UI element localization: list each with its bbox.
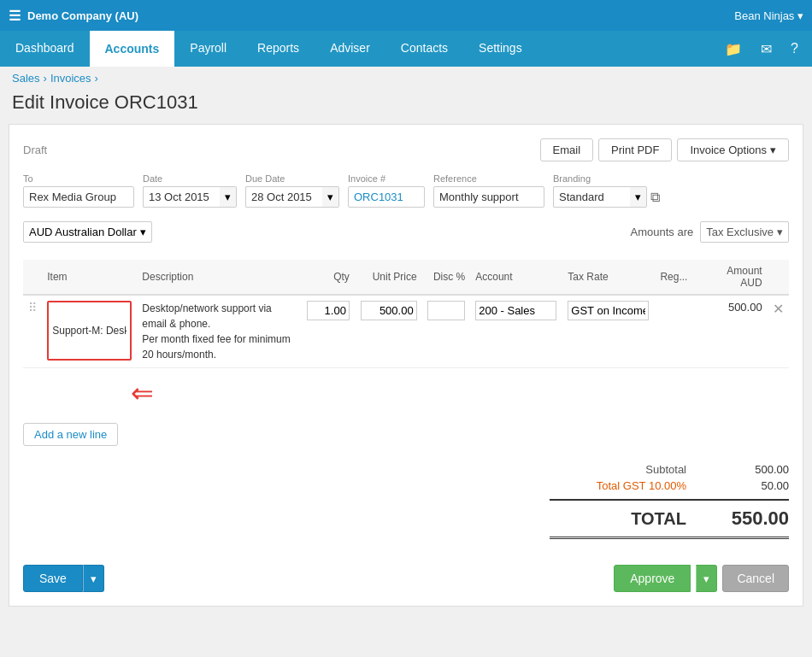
footer-right-buttons: Approve ▾ Cancel: [614, 565, 789, 592]
nav-item-payroll[interactable]: Payroll: [174, 31, 242, 67]
item-input[interactable]: [47, 301, 132, 361]
amount-value: 500.00: [728, 301, 762, 314]
add-new-line-button[interactable]: Add a new line: [23, 423, 118, 446]
qty-input[interactable]: [307, 301, 350, 320]
tax-type-dropdown[interactable]: Tax Exclusive ▾: [700, 221, 789, 243]
reference-input[interactable]: [433, 186, 544, 208]
row-qty: [301, 295, 355, 368]
help-icon-btn[interactable]: ?: [782, 31, 807, 67]
main-content: Draft Email Print PDF Invoice Options ▾ …: [9, 124, 803, 607]
invoice-num-label: Invoice #: [348, 173, 425, 184]
mail-icon-btn[interactable]: ✉: [752, 31, 780, 67]
due-date-label: Due Date: [245, 173, 339, 184]
folder-icon-btn[interactable]: 📁: [716, 31, 750, 67]
row-remove: ✕: [768, 295, 789, 368]
gst-label: Total GST 10.00%: [584, 479, 686, 492]
gst-value: 50.00: [721, 479, 789, 492]
date-input[interactable]: [143, 186, 220, 208]
save-button[interactable]: Save: [23, 565, 83, 592]
col-reg: Reg...: [655, 260, 698, 295]
reference-label: Reference: [433, 173, 544, 184]
approve-button[interactable]: Approve: [614, 565, 691, 592]
copy-icon[interactable]: ⧉: [650, 190, 660, 205]
breadcrumb: Sales › Invoices ›: [0, 67, 812, 90]
gst-row: Total GST 10.00% 50.00: [584, 479, 789, 492]
disc-input[interactable]: [427, 301, 465, 320]
row-account: [470, 295, 562, 368]
approve-dropdown-chevron-icon: ▾: [703, 572, 709, 585]
branding-dropdown-btn[interactable]: ▾: [630, 186, 647, 208]
subtotal-label: Subtotal: [584, 463, 686, 476]
table-row: ⠿ Desktop/network support via email & ph…: [23, 295, 789, 368]
user-menu[interactable]: Bean Ninjas ▾: [734, 9, 803, 22]
drag-handle-icon[interactable]: ⠿: [28, 301, 37, 314]
cancel-button[interactable]: Cancel: [722, 565, 789, 592]
account-input[interactable]: [475, 301, 556, 320]
row-handle: ⠿: [23, 295, 42, 368]
due-date-select: ▾: [245, 186, 339, 208]
totals-divider: [550, 499, 789, 501]
footer-buttons: Save ▾ Approve ▾ Cancel: [23, 556, 789, 592]
branding-select: ▾: [553, 186, 647, 208]
invoice-options-button[interactable]: Invoice Options ▾: [677, 138, 789, 161]
branding-label: Branding: [553, 173, 660, 184]
amounts-are-label: Amounts are: [631, 226, 694, 238]
row-reg: [655, 295, 698, 368]
col-unit-price: Unit Price: [355, 260, 422, 295]
email-button[interactable]: Email: [540, 138, 594, 161]
total-value: 550.00: [721, 507, 789, 530]
col-account: Account: [470, 260, 562, 295]
date-field-group: Date ▾: [143, 173, 237, 208]
breadcrumb-sales[interactable]: Sales: [12, 72, 40, 85]
tax-type-chevron-icon: ▾: [777, 226, 783, 238]
nav-item-reports[interactable]: Reports: [242, 31, 315, 67]
total-final-row: TOTAL 550.00: [584, 507, 789, 530]
col-disc: Disc %: [422, 260, 471, 295]
nav-item-adviser[interactable]: Adviser: [315, 31, 385, 67]
row-description: Desktop/network support via email & phon…: [137, 295, 301, 368]
draft-row: Draft Email Print PDF Invoice Options ▾: [23, 138, 789, 161]
currency-row: AUD Australian Dollar ▾ Amounts are Tax …: [23, 216, 789, 248]
col-tax-rate: Tax Rate: [562, 260, 655, 295]
invoice-num-field-group: Invoice #: [348, 173, 425, 208]
branding-input[interactable]: [553, 186, 630, 208]
due-date-dropdown-btn[interactable]: ▾: [322, 186, 339, 208]
save-dropdown-button[interactable]: ▾: [83, 565, 104, 592]
invoice-num-input[interactable]: [348, 186, 425, 208]
amounts-are: Amounts are Tax Exclusive ▾: [631, 221, 789, 243]
reference-field-group: Reference: [433, 173, 544, 208]
currency-value: AUD Australian Dollar: [29, 226, 137, 238]
branding-field-group: Branding ▾ ⧉: [553, 173, 660, 208]
totals-section: Subtotal 500.00 Total GST 10.00% 50.00 T…: [23, 463, 789, 543]
invoice-table: Item Description Qty Unit Price Disc % A…: [23, 260, 789, 368]
tax-type-value: Tax Exclusive: [706, 226, 774, 238]
nav-bar: Dashboard Accounts Payroll Reports Advis…: [0, 31, 812, 67]
nav-item-accounts[interactable]: Accounts: [90, 31, 175, 67]
to-input[interactable]: [23, 186, 134, 208]
nav-item-settings[interactable]: Settings: [463, 31, 538, 67]
print-pdf-button[interactable]: Print PDF: [598, 138, 672, 161]
col-item: Item: [42, 260, 137, 295]
subtotal-value: 500.00: [721, 463, 789, 476]
save-dropdown-chevron-icon: ▾: [91, 572, 97, 585]
top-bar: ☰ Demo Company (AU) Bean Ninjas ▾: [0, 0, 812, 31]
nav-item-contacts[interactable]: Contacts: [385, 31, 463, 67]
fields-row: To Date ▾ Due Date ▾ Invoice # Reference: [23, 173, 789, 208]
unit-price-input[interactable]: [361, 301, 417, 320]
hamburger-icon[interactable]: ☰: [9, 8, 21, 24]
to-label: To: [23, 173, 134, 184]
row-tax-rate: [562, 295, 655, 368]
footer-left-buttons: Save ▾: [23, 565, 104, 592]
currency-dropdown[interactable]: AUD Australian Dollar ▾: [23, 221, 152, 243]
approve-dropdown-button[interactable]: ▾: [696, 565, 717, 592]
red-arrow-icon: ⇐: [131, 377, 154, 409]
nav-item-dashboard[interactable]: Dashboard: [0, 31, 90, 67]
due-date-input[interactable]: [245, 186, 322, 208]
col-handle: [23, 260, 42, 295]
col-remove: [768, 260, 789, 295]
remove-row-button[interactable]: ✕: [773, 302, 784, 316]
date-dropdown-btn[interactable]: ▾: [220, 186, 237, 208]
tax-rate-input[interactable]: [568, 301, 649, 320]
breadcrumb-invoices[interactable]: Invoices: [50, 72, 91, 85]
dropdown-chevron-icon: ▾: [770, 144, 776, 156]
